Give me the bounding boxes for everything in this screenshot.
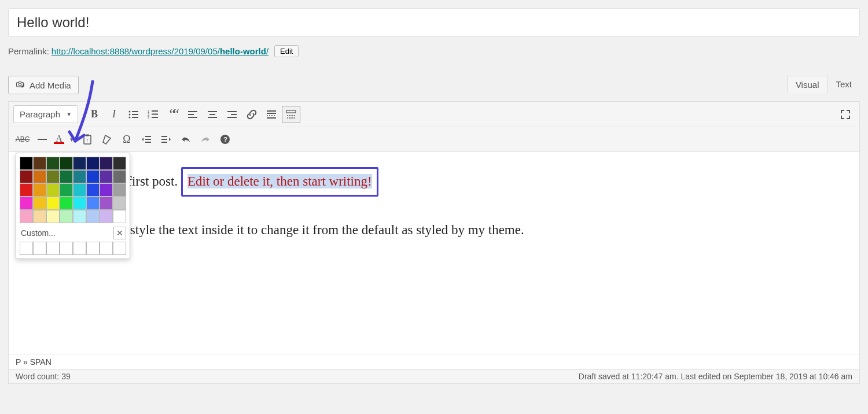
custom-color-slot[interactable] bbox=[100, 242, 113, 255]
text-color-dropdown-caret[interactable]: ▼ bbox=[67, 136, 77, 143]
indent-button[interactable] bbox=[157, 131, 175, 148]
editor-content[interactable]: Press. This is your first post. Edit or … bbox=[9, 152, 859, 354]
color-swatch[interactable] bbox=[73, 157, 86, 170]
add-media-button[interactable]: Add Media bbox=[8, 76, 79, 94]
outdent-button[interactable] bbox=[137, 131, 156, 148]
svg-point-2 bbox=[129, 113, 131, 115]
svg-rect-12 bbox=[188, 111, 197, 112]
color-swatch[interactable] bbox=[60, 197, 73, 210]
color-swatch[interactable] bbox=[60, 170, 73, 183]
color-swatch[interactable] bbox=[73, 197, 86, 210]
color-swatch[interactable] bbox=[113, 157, 126, 170]
align-left-button[interactable] bbox=[183, 106, 202, 123]
align-center-button[interactable] bbox=[203, 106, 222, 123]
color-swatch[interactable] bbox=[86, 183, 100, 197]
color-swatch[interactable] bbox=[113, 197, 126, 210]
color-swatch[interactable] bbox=[60, 183, 73, 197]
color-swatch[interactable] bbox=[46, 170, 60, 183]
redo-button[interactable] bbox=[196, 131, 215, 148]
custom-color-slot[interactable] bbox=[46, 242, 60, 255]
permalink-link[interactable]: http://localhost:8888/wordpress/2019/09/… bbox=[52, 46, 269, 56]
strikethrough-button[interactable]: ABC bbox=[13, 131, 32, 148]
color-swatch[interactable] bbox=[33, 157, 46, 170]
color-swatch[interactable] bbox=[86, 197, 100, 210]
tab-visual[interactable]: Visual bbox=[787, 76, 828, 93]
color-swatch[interactable] bbox=[46, 210, 60, 223]
color-swatch[interactable] bbox=[86, 210, 100, 223]
custom-color-slot[interactable] bbox=[20, 242, 33, 255]
custom-color-slot[interactable] bbox=[60, 242, 73, 255]
fullscreen-button[interactable] bbox=[836, 106, 855, 123]
help-button[interactable]: ? bbox=[216, 131, 234, 148]
color-swatch[interactable] bbox=[73, 183, 86, 197]
svg-rect-13 bbox=[188, 114, 194, 115]
svg-rect-1 bbox=[132, 111, 138, 112]
color-swatch[interactable] bbox=[113, 183, 126, 197]
add-media-label: Add Media bbox=[30, 80, 71, 90]
svg-text:?: ? bbox=[223, 136, 227, 143]
toolbar-toggle-button[interactable] bbox=[282, 106, 300, 123]
svg-point-0 bbox=[129, 110, 131, 112]
link-button[interactable] bbox=[242, 106, 261, 123]
custom-color-slot[interactable] bbox=[113, 242, 126, 255]
color-swatch[interactable] bbox=[46, 183, 60, 197]
color-swatch[interactable] bbox=[33, 210, 46, 223]
svg-point-31 bbox=[289, 117, 290, 119]
blockquote-button[interactable]: ““ bbox=[164, 106, 182, 123]
color-swatch[interactable] bbox=[100, 197, 113, 210]
custom-color-slot[interactable] bbox=[73, 242, 86, 255]
color-swatch[interactable] bbox=[113, 170, 126, 183]
post-title-input[interactable] bbox=[8, 8, 860, 37]
horizontal-line-button[interactable] bbox=[33, 131, 52, 148]
numbered-list-button[interactable]: 123 bbox=[144, 106, 163, 123]
color-swatch[interactable] bbox=[100, 157, 113, 170]
color-swatch[interactable] bbox=[20, 197, 33, 210]
format-select[interactable]: Paragraph ▼ bbox=[13, 105, 78, 123]
custom-color-slot[interactable] bbox=[86, 242, 100, 255]
read-more-button[interactable] bbox=[262, 106, 281, 123]
word-count: Word count: 39 bbox=[16, 372, 71, 381]
color-swatch[interactable] bbox=[20, 210, 33, 223]
undo-button[interactable] bbox=[176, 131, 195, 148]
element-path[interactable]: P » SPAN bbox=[9, 354, 859, 369]
svg-rect-15 bbox=[208, 111, 217, 112]
last-saved-status: Draft saved at 11:20:47 am. Last edited … bbox=[579, 372, 852, 381]
color-swatch[interactable] bbox=[100, 210, 113, 223]
svg-rect-19 bbox=[231, 114, 237, 115]
paste-text-button[interactable]: T bbox=[78, 131, 97, 148]
color-swatch[interactable] bbox=[60, 210, 73, 223]
align-right-button[interactable] bbox=[223, 106, 241, 123]
annotation-highlight-box: Edit or delete it, then start writing! bbox=[181, 167, 378, 197]
color-swatch[interactable] bbox=[46, 157, 60, 170]
italic-button[interactable]: I bbox=[105, 106, 123, 123]
text-color-button[interactable]: A bbox=[53, 131, 65, 148]
color-swatch[interactable] bbox=[73, 210, 86, 223]
color-picker-custom-label[interactable]: Custom... bbox=[20, 228, 56, 238]
color-swatch[interactable] bbox=[73, 170, 86, 183]
clear-format-button[interactable] bbox=[98, 131, 116, 148]
color-swatch[interactable] bbox=[20, 170, 33, 183]
color-swatch[interactable] bbox=[113, 210, 126, 223]
editor-status-bar: Word count: 39 Draft saved at 11:20:47 a… bbox=[9, 369, 859, 383]
bold-button[interactable]: B bbox=[85, 106, 104, 123]
color-swatch[interactable] bbox=[100, 170, 113, 183]
color-swatch[interactable] bbox=[86, 170, 100, 183]
color-swatch[interactable] bbox=[33, 197, 46, 210]
selected-text: Edit or delete it, then start writing! bbox=[187, 174, 372, 188]
color-swatch[interactable] bbox=[86, 157, 100, 170]
color-swatch[interactable] bbox=[60, 157, 73, 170]
special-char-button[interactable]: Ω bbox=[117, 131, 136, 148]
color-swatch[interactable] bbox=[20, 183, 33, 197]
color-swatch[interactable] bbox=[33, 183, 46, 197]
permalink-edit-button[interactable]: Edit bbox=[274, 45, 299, 57]
color-swatch[interactable] bbox=[100, 183, 113, 197]
color-swatch[interactable] bbox=[46, 197, 60, 210]
custom-color-slot[interactable] bbox=[33, 242, 46, 255]
color-clear-button[interactable]: ✕ bbox=[113, 227, 126, 239]
color-swatch[interactable] bbox=[33, 170, 46, 183]
chevron-down-icon: ▼ bbox=[66, 111, 72, 117]
svg-rect-18 bbox=[227, 111, 237, 112]
color-swatch[interactable] bbox=[20, 157, 33, 170]
bullet-list-button[interactable] bbox=[124, 106, 143, 123]
tab-text[interactable]: Text bbox=[827, 76, 860, 93]
